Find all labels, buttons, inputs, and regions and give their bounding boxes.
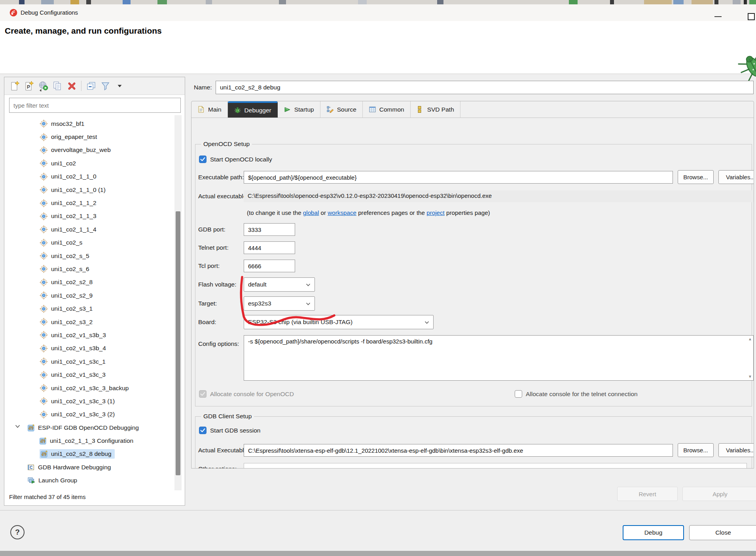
tree-item-label: uni1_co2_s2_8	[51, 279, 93, 286]
tree-item-label: uni1_co2_v1_s3b_4	[51, 345, 106, 352]
browse-button-gdb[interactable]: Browse...	[678, 443, 714, 457]
help-button[interactable]: ?	[10, 525, 25, 539]
gdbhw-icon: C	[28, 464, 35, 471]
tree-item[interactable]: uni1_co2_1_1_3	[5, 210, 175, 223]
variables-button-openocd[interactable]: Variables...	[718, 170, 754, 184]
tree-item[interactable]: uni1_co2_s2_8	[5, 276, 175, 289]
tree-item[interactable]: uni1_co2_1_1_4	[5, 223, 175, 236]
tree-item[interactable]: uni1_co2_v1_s3c_1	[5, 355, 175, 368]
filter-input[interactable]	[9, 98, 181, 113]
config-options-label: Config options:	[198, 338, 239, 350]
tab-startup[interactable]: Startup	[278, 101, 320, 118]
tree-item-label: uni1_co2_v1_s3c_3 (2)	[51, 411, 115, 418]
tree-item-label: uni1_co2_1_1_0	[51, 173, 97, 180]
dialog-titlebar: Debug Configurations	[0, 4, 756, 21]
main-tab-icon	[197, 106, 205, 113]
tree-item[interactable]: uni1_co2_1_1_0 (1)	[5, 183, 175, 196]
executable-path-input[interactable]	[244, 171, 673, 184]
apply-button[interactable]: Apply	[682, 487, 756, 501]
tree-item[interactable]: uni1_co2_v1_s3c_3 (1)	[5, 395, 175, 408]
tree-item-label: uni1_co2_s2_9	[51, 292, 93, 299]
svg-text:C: C	[30, 465, 32, 470]
tree-item[interactable]: uni1_co2_s	[5, 236, 175, 249]
telnet-port-input[interactable]	[244, 241, 295, 254]
minimize-button[interactable]	[714, 16, 722, 17]
dialog-title: Debug Configurations	[21, 4, 78, 21]
tree-item[interactable]: uni1_co2_1_1_0	[5, 170, 175, 183]
maximize-button[interactable]	[748, 13, 755, 20]
allocate-console-telnet-checkbox[interactable]	[515, 390, 522, 398]
tree-item[interactable]: msoc32_bf1	[5, 117, 175, 130]
target-label: Target:	[198, 297, 217, 310]
svd-tab-icon	[417, 106, 424, 113]
tab-debugger[interactable]: Debugger	[228, 101, 278, 118]
tree-item-label: uni1_co2_s	[51, 239, 82, 246]
target-select[interactable]: esp32s3	[244, 296, 315, 311]
tree-item[interactable]: uni1_co2_v1_s3c_3_backup	[5, 381, 175, 395]
tab-bar: MainDebuggerStartupSourceCommonSVD Path	[191, 101, 754, 118]
tree-item[interactable]: uni1_co2_s_6	[5, 262, 175, 275]
tree-item[interactable]: Launch Group	[5, 474, 175, 487]
toolbar-menu-caret-icon[interactable]	[113, 80, 126, 92]
variables-button-gdb[interactable]: Variables...	[718, 443, 754, 457]
tab-common[interactable]: Common	[363, 101, 411, 118]
start-gdb-session-checkbox[interactable]	[199, 427, 207, 434]
target-icon	[40, 318, 48, 326]
tree-item[interactable]: uni1_co2_v1_s3b_4	[5, 342, 175, 355]
tree-item[interactable]: uni1_co2_s_5	[5, 249, 175, 262]
tree-scrollbar-thumb[interactable]	[176, 211, 180, 475]
tree-item[interactable]: ESP-IDF GDB OpenOCD Debugging	[5, 421, 175, 434]
tree-item[interactable]: overvoltage_buz_web	[5, 144, 175, 157]
tree-item[interactable]: uni1_co2_v1_s3c_3 (2)	[5, 408, 175, 421]
duplicate-configuration-button[interactable]	[51, 80, 64, 92]
scroll-up-icon[interactable]: ▲	[748, 337, 752, 341]
gdb-actual-executable-input[interactable]	[244, 444, 673, 457]
close-button[interactable]: Close	[689, 525, 756, 540]
new-prototype-button[interactable]: P	[23, 80, 35, 92]
start-openocd-locally-checkbox[interactable]	[199, 156, 207, 163]
tree-scrollbar[interactable]	[174, 115, 182, 490]
workspace-preferences-link[interactable]: workspace	[328, 209, 356, 216]
name-input[interactable]	[216, 81, 754, 94]
global-preferences-link[interactable]: global	[303, 209, 319, 216]
tab-svd-path[interactable]: SVD Path	[411, 101, 460, 118]
project-properties-link[interactable]: project	[426, 209, 445, 216]
expander-chevron-icon[interactable]	[15, 425, 20, 428]
tree-item[interactable]: uni1_co2_s3_2	[5, 315, 175, 328]
delete-configuration-button[interactable]	[65, 80, 78, 92]
tab-source[interactable]: Source	[320, 101, 363, 118]
debug-button[interactable]: Debug	[623, 525, 684, 540]
preferences-hint: (to change it use the global or workspac…	[247, 209, 490, 216]
tree-item[interactable]: uni1_co2_1_1_3 Configuration	[5, 434, 175, 447]
tree-item[interactable]: uni1_co2_1_1_2	[5, 196, 175, 209]
tcl-port-input[interactable]	[244, 260, 295, 272]
config-options-textarea[interactable]: -s ${openocd_path}/share/openocd/scripts…	[244, 335, 754, 381]
tree-item[interactable]: uni1_co2	[5, 157, 175, 170]
tree-item[interactable]: uni1_co2_s3_1	[5, 302, 175, 315]
new-configuration-button[interactable]	[8, 80, 21, 92]
export-configuration-button[interactable]	[37, 80, 49, 92]
other-options-input[interactable]	[244, 463, 747, 469]
collapse-all-button[interactable]	[85, 80, 97, 92]
chevron-down-icon	[306, 302, 311, 306]
tree-item[interactable]: uni1_co2_s2_8 debug	[5, 448, 175, 461]
filter-configurations-button[interactable]	[99, 80, 112, 92]
scroll-down-icon[interactable]: ▼	[748, 375, 752, 379]
tree-item[interactable]: CGDB Hardware Debugging	[5, 461, 175, 474]
sidebar-toolbar: P	[4, 77, 185, 95]
browse-button-openocd[interactable]: Browse...	[678, 170, 714, 184]
gdb-port-input[interactable]	[244, 223, 295, 236]
tree-item[interactable]: uni1_co2_v1_s3b_3	[5, 328, 175, 342]
flash-voltage-select[interactable]: default	[244, 277, 315, 292]
export-configuration-icon	[38, 81, 49, 91]
openocd-setup-group-title: OpenOCD Setup	[201, 140, 252, 148]
tree-item[interactable]: uni1_co2_v1_s3c_3	[5, 368, 175, 381]
tree-item[interactable]: uni1_co2_s2_9	[5, 289, 175, 302]
tree-item[interactable]: orig_epaper_test	[5, 130, 175, 143]
board-select[interactable]: ESP32-S3 chip (via builtin USB-JTAG)	[244, 315, 434, 329]
tree-item-label: orig_epaper_test	[51, 133, 97, 140]
start-openocd-locally-label: Start OpenOCD locally	[210, 156, 272, 163]
revert-button[interactable]: Revert	[617, 487, 678, 501]
tree-item-label: overvoltage_buz_web	[51, 146, 111, 154]
tab-main[interactable]: Main	[191, 101, 228, 118]
